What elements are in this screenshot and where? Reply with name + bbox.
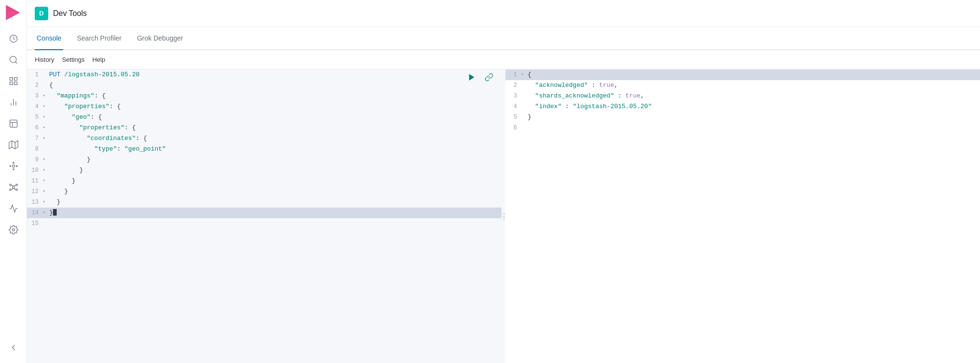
sidebar-item-ml[interactable]	[4, 156, 23, 176]
svg-point-23	[12, 186, 14, 189]
sidebar-bottom	[4, 338, 23, 363]
editor-area: 1 PUT /logstash-2015.05.20 2 { 3 ▾ "mapp…	[27, 70, 980, 363]
response-line-2: 2 "acknowledged" : true,	[505, 80, 980, 91]
svg-line-28	[11, 185, 14, 186]
tab-bar: Console Search Profiler Grok Debugger	[27, 27, 980, 50]
response-line-1: 1 ▾ {	[505, 70, 980, 80]
svg-point-18	[12, 165, 14, 168]
code-line-5: 5 ▾ "geo": {	[27, 112, 502, 123]
sidebar-item-dashboard[interactable]	[4, 71, 23, 91]
settings-button[interactable]: Settings	[62, 54, 84, 65]
code-line-11: 11 ▾ }	[27, 176, 502, 186]
svg-point-21	[10, 166, 11, 167]
code-line-1: 1 PUT /logstash-2015.05.20	[27, 70, 502, 80]
help-button[interactable]: Help	[92, 54, 105, 65]
svg-line-4	[15, 62, 17, 64]
topbar: D Dev Tools	[27, 0, 980, 27]
svg-point-20	[13, 168, 14, 170]
svg-rect-5	[10, 78, 13, 81]
tab-search-profiler[interactable]: Search Profiler	[75, 27, 123, 50]
sidebar-item-visualize[interactable]	[4, 93, 23, 112]
code-line-6: 6 ▾ "properties": {	[27, 123, 502, 133]
svg-marker-1	[6, 13, 20, 20]
svg-rect-6	[14, 78, 17, 81]
app-title: Dev Tools	[53, 9, 87, 18]
code-line-2: 2 {	[27, 80, 502, 91]
response-line-3: 3 "shards_acknowledged" : true,	[505, 91, 980, 101]
code-line-15: 15	[27, 218, 502, 229]
svg-point-32	[12, 229, 14, 231]
svg-line-29	[14, 185, 16, 186]
svg-point-27	[16, 189, 17, 190]
svg-rect-7	[10, 82, 13, 85]
copy-button[interactable]	[482, 70, 496, 84]
request-editor[interactable]: 1 PUT /logstash-2015.05.20 2 { 3 ▾ "mapp…	[27, 70, 502, 363]
code-line-13: 13 ▾ }	[27, 197, 502, 208]
tab-grok-debugger[interactable]: Grok Debugger	[135, 27, 185, 50]
code-line-7: 7 ▾ "coordinates": {	[27, 133, 502, 144]
sidebar-item-graph[interactable]	[4, 178, 23, 197]
response-code: 1 ▾ { 2 "acknowledged" : true, 3 "shards…	[505, 70, 980, 363]
sidebar-item-management[interactable]	[4, 220, 23, 239]
response-line-6: 6	[505, 123, 980, 133]
svg-point-25	[16, 184, 17, 185]
svg-point-24	[9, 184, 11, 185]
code-line-12: 12 ▾ }	[27, 186, 502, 197]
sidebar-item-infra[interactable]	[4, 199, 23, 218]
svg-rect-8	[14, 82, 17, 85]
toolbar: History Settings Help	[27, 50, 980, 70]
code-line-3: 3 ▾ "mappings": {	[27, 91, 502, 101]
sidebar-item-collapse[interactable]	[4, 338, 23, 357]
response-line-4: 4 "index" : "logstash-2015.05.20"	[505, 101, 980, 112]
response-line-5: 5 }	[505, 112, 980, 123]
response-panel: 1 ▾ { 2 "acknowledged" : true, 3 "shards…	[505, 70, 980, 363]
sidebar-item-maps[interactable]	[4, 135, 23, 154]
svg-point-22	[16, 166, 17, 167]
main-content: D Dev Tools Console Search Profiler Grok…	[27, 0, 980, 363]
svg-line-31	[14, 189, 16, 190]
svg-marker-33	[469, 74, 475, 81]
svg-point-3	[10, 56, 16, 63]
svg-marker-15	[9, 141, 17, 149]
sidebar-item-canvas[interactable]	[4, 114, 23, 133]
run-button[interactable]	[465, 70, 478, 84]
svg-line-30	[11, 189, 14, 190]
tab-console[interactable]: Console	[35, 27, 63, 50]
code-line-9: 9 ▾ }	[27, 154, 502, 165]
sidebar-item-discover[interactable]	[4, 50, 23, 70]
code-line-4: 4 ▾ "properties": {	[27, 101, 502, 112]
code-line-8: 8 "type": "geo_point"	[27, 144, 502, 154]
sidebar-item-clock[interactable]	[4, 29, 23, 48]
history-button[interactable]: History	[35, 54, 54, 65]
code-line-14: 14 ▾ }█	[27, 208, 502, 218]
sidebar	[0, 0, 27, 363]
avatar: D	[35, 7, 48, 20]
svg-point-26	[9, 189, 11, 190]
panel-divider[interactable]: ⋮	[502, 70, 505, 363]
editor-actions	[465, 70, 496, 84]
code-line-10: 10 ▾ }	[27, 165, 502, 176]
kibana-logo	[5, 4, 22, 21]
svg-point-19	[13, 162, 14, 164]
svg-rect-12	[10, 120, 17, 127]
request-code[interactable]: 1 PUT /logstash-2015.05.20 2 { 3 ▾ "mapp…	[27, 70, 502, 363]
